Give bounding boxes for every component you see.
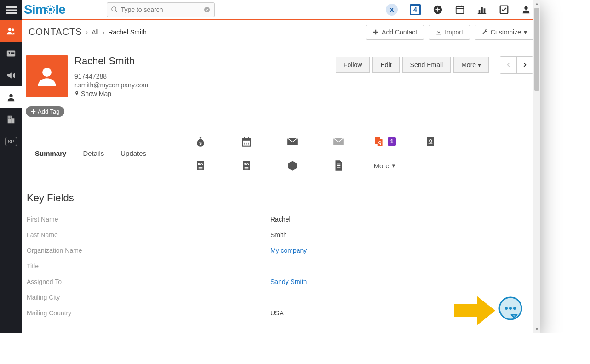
scroll-down-icon[interactable]: ▼ — [533, 325, 540, 333]
tab-summary[interactable]: Summary — [27, 142, 74, 165]
show-map-link[interactable]: Show Map — [74, 90, 148, 97]
chat-bubble-button[interactable] — [498, 296, 523, 322]
tab-icon-email-dark[interactable] — [286, 136, 298, 148]
svg-rect-12 — [9, 117, 10, 118]
top-icon-reports[interactable] — [477, 5, 487, 15]
content-area: Rachel Smith 917447288 r.smith@mycompany… — [22, 43, 540, 333]
global-search[interactable] — [107, 2, 215, 17]
search-input[interactable] — [121, 6, 203, 13]
svg-rect-30 — [484, 8, 486, 13]
chevron-icon: › — [103, 28, 105, 36]
caret-down-icon: ▾ — [392, 161, 395, 170]
follow-button[interactable]: Follow — [336, 57, 370, 73]
chevron-right-icon — [521, 62, 528, 68]
sidebar-item-person[interactable] — [0, 86, 22, 108]
sidebar-item-card[interactable] — [0, 42, 22, 64]
key-field-label: Title — [27, 262, 270, 270]
contact-phone[interactable]: 917447288 — [74, 73, 148, 80]
key-field-value[interactable]: My company — [270, 247, 307, 254]
svg-text:Q: Q — [429, 138, 432, 143]
sidebar-item-contacts[interactable] — [0, 20, 22, 42]
tab-icon-email-light[interactable] — [332, 136, 344, 148]
sidebar-left: SP — [0, 0, 22, 333]
avatar[interactable] — [26, 55, 68, 97]
svg-rect-36 — [437, 34, 441, 34]
svg-rect-0 — [6, 6, 17, 8]
tab-icon-quotes[interactable]: Q 1 — [373, 136, 396, 148]
envelope-icon — [286, 136, 298, 148]
hamburger-menu[interactable] — [0, 0, 22, 20]
money-bag-icon: $ — [195, 136, 206, 148]
megaphone-icon — [6, 70, 16, 80]
gear-logo-icon — [46, 5, 56, 15]
svg-point-9 — [9, 94, 12, 97]
key-field-label: First Name — [27, 216, 270, 223]
add-contact-button[interactable]: Add Contact — [366, 25, 424, 40]
logo[interactable]: Simle — [24, 2, 65, 17]
svg-rect-7 — [11, 52, 14, 52]
svg-point-43 — [244, 142, 245, 142]
chevron-down-icon[interactable] — [203, 6, 211, 13]
svg-rect-59 — [199, 167, 203, 168]
svg-point-45 — [248, 142, 249, 142]
chevron-left-icon — [505, 62, 512, 68]
document-icon — [332, 159, 344, 171]
import-button[interactable]: Import — [429, 25, 470, 40]
top-icon-user[interactable] — [521, 5, 531, 15]
key-field-value: USA — [270, 309, 284, 317]
key-field-row: Assigned ToSandy Smith — [27, 274, 536, 290]
top-icon-tasks[interactable] — [499, 5, 509, 15]
breadcrumb-module[interactable]: Contacts — [29, 27, 82, 37]
top-icon-calendar[interactable] — [455, 5, 465, 15]
documents-icon: Q — [373, 136, 385, 148]
svg-rect-67 — [337, 167, 341, 168]
tab-updates[interactable]: Updates — [112, 142, 155, 165]
svg-point-47 — [246, 143, 247, 144]
tabs-more[interactable]: More ▾ — [374, 161, 395, 170]
breadcrumb-all[interactable]: All — [92, 28, 99, 36]
prev-record-button[interactable] — [500, 56, 516, 74]
svg-point-69 — [505, 307, 508, 310]
svg-rect-56 — [429, 143, 433, 144]
top-icon-app2[interactable]: 4 — [410, 4, 421, 15]
tab-icon-products[interactable] — [286, 159, 298, 171]
sidebar-item-orgs[interactable] — [0, 108, 22, 131]
contact-email[interactable]: r.smith@mycompany.com — [74, 81, 148, 89]
more-button[interactable]: More ▾ — [453, 57, 489, 73]
arrow-icon — [452, 294, 498, 327]
tab-icon-deals[interactable]: $ — [195, 136, 206, 148]
sidebar-item-campaigns[interactable] — [0, 64, 22, 86]
send-email-button[interactable]: Send Email — [402, 57, 451, 73]
checkbox-icon — [499, 5, 509, 15]
tab-icon-po[interactable]: PO — [195, 159, 206, 171]
id-card-icon — [6, 48, 16, 58]
sidebar-item-sp[interactable]: SP — [0, 131, 22, 153]
scroll-thumb[interactable] — [534, 8, 539, 91]
edit-button[interactable]: Edit — [372, 57, 399, 73]
tab-icon-pricebook[interactable]: Q — [424, 136, 436, 148]
wrench-icon — [481, 29, 488, 35]
badge-count: 1 — [388, 137, 396, 146]
top-icon-app1[interactable]: x — [386, 4, 398, 16]
plus-icon — [372, 29, 379, 35]
contact-header: Rachel Smith 917447288 r.smith@mycompany… — [22, 43, 540, 107]
next-record-button[interactable] — [516, 56, 533, 74]
key-field-value[interactable]: Sandy Smith — [270, 278, 307, 285]
scroll-up-icon[interactable]: ▲ — [533, 0, 540, 7]
tab-icon-so[interactable]: SO — [241, 159, 252, 171]
caret-down-icon: ▾ — [478, 61, 481, 68]
so-icon: SO — [241, 159, 252, 171]
tab-details[interactable]: Details — [74, 142, 112, 165]
svg-rect-13 — [10, 117, 11, 118]
pricebook-icon: Q — [424, 136, 436, 148]
svg-rect-11 — [12, 118, 15, 123]
customize-button[interactable]: Customize ▾ — [475, 25, 534, 40]
user-icon — [521, 5, 531, 15]
key-field-label: Assigned To — [27, 278, 270, 285]
tab-icon-documents[interactable] — [332, 159, 344, 171]
tab-icon-calendar[interactable] — [241, 136, 252, 148]
chat-icon — [498, 296, 523, 322]
scrollbar[interactable]: ▲ ▼ — [533, 0, 540, 333]
add-tag-button[interactable]: ✚ Add Tag — [26, 106, 64, 117]
top-icon-add[interactable] — [433, 5, 443, 15]
